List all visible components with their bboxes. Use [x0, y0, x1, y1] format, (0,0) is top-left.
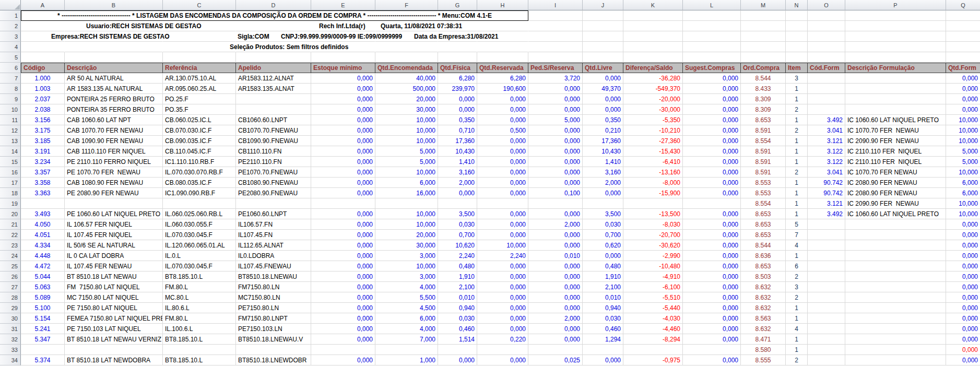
cell-D34[interactable]: BT8510.18.LNEWDOBR	[236, 355, 311, 365]
cell-H10[interactable]: 0,000	[477, 104, 528, 115]
cell-P29[interactable]	[845, 303, 946, 313]
cell-A6[interactable]: Código	[21, 63, 65, 73]
cell-B23[interactable]: IL 50/6 SE AL NATURAL	[65, 240, 163, 251]
cell-A29[interactable]: 5.100	[21, 303, 65, 313]
cell-C9[interactable]: PO.25.F	[163, 94, 236, 104]
cell-F8[interactable]: 500,000	[375, 84, 438, 94]
cell-J20[interactable]: 3,500	[583, 209, 623, 219]
cell-I30[interactable]: 2,000	[528, 313, 583, 324]
cell-F16[interactable]: 10,000	[375, 167, 438, 178]
cell-E32[interactable]: 0,000	[311, 334, 375, 345]
report-product-filter[interactable]: Seleção Produtos: Sem filtros definidos	[228, 42, 350, 52]
cell-J8[interactable]: 49,370	[583, 84, 623, 94]
cell-J15[interactable]: 1,410	[583, 157, 623, 167]
cell-N34[interactable]: 2	[786, 355, 808, 365]
cell-Q19[interactable]: 10,000	[946, 198, 980, 209]
cell-O8[interactable]	[808, 84, 845, 94]
cell-D5[interactable]	[236, 52, 311, 63]
column-header-F[interactable]: F	[375, 0, 438, 10]
cell-P5[interactable]	[845, 52, 946, 63]
cell-J12[interactable]: 0,210	[583, 125, 623, 136]
cell-H15[interactable]: 0,000	[477, 157, 528, 167]
row-header-24[interactable]: 24	[0, 251, 21, 261]
cell-K21[interactable]: -8,030	[623, 219, 683, 230]
row-header-21[interactable]: 21	[0, 219, 21, 230]
cell-B29[interactable]: PE 7150.80 LAT NIQUEL	[65, 303, 163, 313]
cell-M25[interactable]: 8.653	[741, 261, 786, 271]
cell-H23[interactable]: 10,000	[477, 240, 528, 251]
cell-K23[interactable]: -30,620	[623, 240, 683, 251]
cell-Q4[interactable]	[946, 42, 980, 52]
cell-A26[interactable]: 5.044	[21, 271, 65, 282]
cell-O20[interactable]: 3.492	[808, 209, 845, 219]
column-header-P[interactable]: P	[845, 0, 946, 10]
cell-G17[interactable]: 2,000	[438, 178, 477, 188]
cell-E33[interactable]	[311, 345, 375, 355]
cell-C5[interactable]	[163, 52, 236, 63]
cell-F25[interactable]: 10,000	[375, 261, 438, 271]
cell-N4[interactable]	[786, 42, 808, 52]
cell-D21[interactable]: IL106.57.FN	[236, 219, 311, 230]
cell-D33[interactable]	[236, 345, 311, 355]
cell-E20[interactable]: 0,000	[311, 209, 375, 219]
cell-I12[interactable]: 0,000	[528, 125, 583, 136]
cell-N17[interactable]: 1	[786, 178, 808, 188]
cell-L10[interactable]: 0,000	[683, 104, 741, 115]
cell-D25[interactable]: IL107.45.FNEWAU	[236, 261, 311, 271]
cell-A7[interactable]: 1.000	[21, 73, 65, 84]
cell-I1[interactable]	[528, 10, 583, 21]
cell-D24[interactable]: IL0.LDOBRA	[236, 251, 311, 261]
cell-O27[interactable]	[808, 282, 845, 292]
cell-N29[interactable]: 1	[786, 303, 808, 313]
cell-Q30[interactable]: 0,000	[946, 313, 980, 324]
cell-B19[interactable]	[65, 198, 163, 209]
cell-Q11[interactable]: 10,000	[946, 115, 980, 125]
cell-K1[interactable]	[623, 10, 683, 21]
cell-B20[interactable]: PE 1060.60 LAT NIQUEL PRETO	[65, 209, 163, 219]
cell-M15[interactable]: 8.591	[741, 157, 786, 167]
cell-G23[interactable]: 10,620	[438, 240, 477, 251]
cell-F9[interactable]: 20,000	[375, 94, 438, 104]
cell-P12[interactable]: IC 1070.70 FER NEWAU	[845, 125, 946, 136]
cell-B31[interactable]: PE 7150.103 LAT NIQUEL	[65, 324, 163, 334]
cell-E28[interactable]: 0,000	[311, 292, 375, 303]
cell-N10[interactable]: 2	[786, 104, 808, 115]
cell-M20[interactable]: 8.653	[741, 209, 786, 219]
row-header-5[interactable]: 5	[0, 52, 21, 63]
cell-A10[interactable]: 2.038	[21, 104, 65, 115]
cell-H20[interactable]: 0,000	[477, 209, 528, 219]
cell-O33[interactable]	[808, 345, 845, 355]
cell-J2[interactable]	[583, 21, 623, 31]
cell-L27[interactable]: 0,000	[683, 282, 741, 292]
cell-E30[interactable]: 0,000	[311, 313, 375, 324]
cell-C27[interactable]: FM.80.L	[163, 282, 236, 292]
cell-K3[interactable]	[623, 31, 683, 42]
cell-F5[interactable]	[375, 52, 438, 63]
cell-I21[interactable]: 2,000	[528, 219, 583, 230]
cell-L14[interactable]: 0,000	[683, 146, 741, 157]
row-header-23[interactable]: 23	[0, 240, 21, 251]
row-header-28[interactable]: 28	[0, 292, 21, 303]
cell-L32[interactable]: 0,000	[683, 334, 741, 345]
cell-E29[interactable]: 0,000	[311, 303, 375, 313]
column-header-L[interactable]: L	[683, 0, 741, 10]
cell-N11[interactable]: 1	[786, 115, 808, 125]
cell-M28[interactable]: 8.632	[741, 292, 786, 303]
cell-O14[interactable]: 3.122	[808, 146, 845, 157]
cell-Q1[interactable]	[946, 10, 980, 21]
cell-H22[interactable]: 0,000	[477, 230, 528, 240]
cell-F13[interactable]: 10,000	[375, 136, 438, 146]
cell-K30[interactable]: -4,030	[623, 313, 683, 324]
column-header-M[interactable]: M	[741, 0, 786, 10]
cell-F17[interactable]: 6,000	[375, 178, 438, 188]
cell-O15[interactable]: 3.122	[808, 157, 845, 167]
cell-E7[interactable]: 0,000	[311, 73, 375, 84]
cell-N23[interactable]: 4	[786, 240, 808, 251]
cell-L34[interactable]: 0,000	[683, 355, 741, 365]
cell-L23[interactable]: 0,000	[683, 240, 741, 251]
cell-E17[interactable]: 0,000	[311, 178, 375, 188]
cell-Q15[interactable]: 5,000	[946, 157, 980, 167]
cell-J23[interactable]: 0,620	[583, 240, 623, 251]
cell-I33[interactable]	[528, 345, 583, 355]
cell-Q24[interactable]: 0,000	[946, 251, 980, 261]
